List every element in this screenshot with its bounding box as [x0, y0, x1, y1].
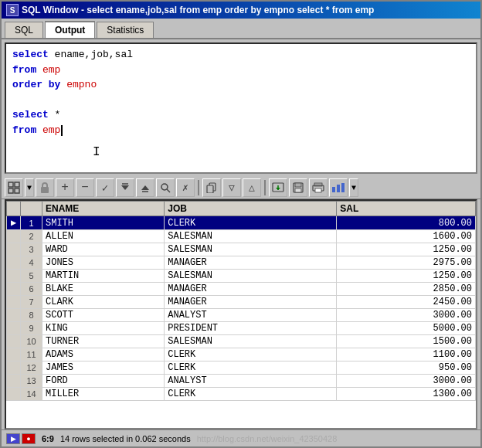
- col-num-header: [21, 202, 42, 216]
- status-icons: ▶ ●: [6, 433, 36, 444]
- svg-rect-0: [8, 182, 13, 187]
- title-bar: S SQL Window - select ename,job,sal from…: [2, 2, 480, 19]
- svg-rect-17: [295, 183, 301, 187]
- table-row[interactable]: 4JONESMANAGER2975.00: [7, 256, 476, 270]
- row-arrow: [7, 322, 21, 335]
- export-btn[interactable]: [269, 178, 287, 197]
- status-message: 14 rows selected in 0.062 seconds: [60, 434, 191, 443]
- code-line-4: [12, 93, 470, 108]
- cell-job: CLERK: [165, 388, 337, 401]
- app-icon: S: [6, 4, 19, 16]
- svg-rect-1: [15, 182, 19, 187]
- grid-dropdown-btn[interactable]: ▼: [25, 178, 34, 197]
- cell-ename: JAMES: [42, 361, 165, 375]
- cell-ename: MILLER: [42, 388, 165, 401]
- grid-btn[interactable]: [5, 178, 23, 197]
- svg-rect-18: [295, 188, 301, 192]
- cell-ename: CLARK: [42, 296, 165, 309]
- cell-job: SALESMAN: [165, 270, 337, 283]
- cell-sal: 2850.00: [337, 283, 476, 296]
- cell-sal: 1600.00: [337, 230, 476, 243]
- tab-sql[interactable]: SQL: [5, 22, 43, 38]
- table-row[interactable]: 7CLARKMANAGER2450.00: [7, 296, 476, 309]
- chart-btn[interactable]: [329, 178, 348, 197]
- filter-down-btn[interactable]: ▽: [222, 178, 241, 197]
- code-line-6: from emp: [12, 123, 470, 138]
- cell-ename: FORD: [42, 375, 165, 388]
- svg-marker-5: [121, 185, 129, 190]
- table-row[interactable]: 9KINGPRESIDENT5000.00: [7, 322, 476, 335]
- row-arrow: [7, 296, 21, 309]
- table-row[interactable]: 12JAMESCLERK950.00: [7, 361, 476, 375]
- cell-job: SALESMAN: [165, 335, 337, 348]
- svg-rect-3: [15, 188, 19, 193]
- print-btn[interactable]: [309, 178, 328, 197]
- svg-rect-12: [207, 185, 213, 193]
- search-btn[interactable]: [156, 178, 175, 197]
- row-number: 14: [21, 388, 42, 401]
- check-btn[interactable]: ✓: [96, 178, 114, 197]
- row-number: 9: [21, 322, 42, 335]
- cell-job: CLERK: [165, 361, 337, 375]
- row-arrow: [7, 348, 21, 361]
- remove-btn[interactable]: −: [76, 178, 94, 197]
- svg-marker-15: [276, 188, 280, 190]
- table-row[interactable]: 13FORDANALYST3000.00: [7, 375, 476, 388]
- cell-ename: ADAMS: [42, 348, 165, 361]
- add-btn[interactable]: +: [56, 178, 74, 197]
- cell-sal: 1300.00: [337, 388, 476, 401]
- status-icon-1: ▶: [6, 433, 20, 444]
- cell-sal: 2450.00: [337, 296, 476, 309]
- code-line-5: select *: [12, 107, 470, 123]
- row-number: 3: [21, 243, 42, 256]
- chart-dropdown-btn[interactable]: ▼: [349, 178, 358, 197]
- save-btn[interactable]: [289, 178, 307, 197]
- sort-desc-btn[interactable]: [116, 178, 134, 197]
- cell-ename: ALLEN: [42, 230, 165, 243]
- table-row[interactable]: 14MILLERCLERK1300.00: [7, 388, 476, 401]
- cell-job: MANAGER: [165, 256, 337, 270]
- col-ename-header[interactable]: ENAME: [42, 202, 165, 216]
- cell-sal: 800.00: [337, 216, 476, 230]
- mouse-cursor: I: [93, 143, 100, 161]
- col-job-header[interactable]: JOB: [165, 202, 337, 216]
- table-row[interactable]: 10TURNERSALESMAN1500.00: [7, 335, 476, 348]
- tab-bar: SQL Output Statistics: [2, 19, 480, 39]
- col-sal-header[interactable]: SAL: [337, 202, 476, 216]
- sql-editor[interactable]: select ename,job,sal from emp order by e…: [5, 42, 477, 174]
- row-arrow: [7, 335, 21, 348]
- results-grid[interactable]: ENAME JOB SAL ▶1SMITHCLERK800.002ALLENSA…: [5, 199, 477, 429]
- row-arrow: [7, 256, 21, 270]
- cell-sal: 5000.00: [337, 322, 476, 335]
- lock-btn[interactable]: [36, 178, 54, 197]
- tab-statistics[interactable]: Statistics: [97, 22, 154, 38]
- cell-ename: KING: [42, 322, 165, 335]
- app-icon-label: S: [10, 6, 15, 15]
- row-arrow: [7, 361, 21, 375]
- clear-btn[interactable]: ✗: [176, 178, 195, 197]
- row-number: 10: [21, 335, 42, 348]
- tab-output[interactable]: Output: [45, 21, 95, 38]
- text-cursor: [61, 125, 63, 136]
- table-row[interactable]: 5MARTINSALESMAN1250.00: [7, 270, 476, 283]
- code-line-2: from emp: [12, 63, 470, 78]
- svg-point-9: [161, 184, 168, 190]
- table-row[interactable]: ▶1SMITHCLERK800.00: [7, 216, 476, 230]
- table-row[interactable]: 8SCOTTANALYST3000.00: [7, 309, 476, 322]
- table-row[interactable]: 3WARDSALESMAN1250.00: [7, 243, 476, 256]
- cell-sal: 1250.00: [337, 270, 476, 283]
- code-line-3: order by empno: [12, 77, 470, 93]
- copy-btn[interactable]: [202, 178, 221, 197]
- filter-up-btn[interactable]: △: [243, 178, 261, 197]
- results-table: ENAME JOB SAL ▶1SMITHCLERK800.002ALLENSA…: [6, 201, 476, 401]
- svg-line-10: [167, 189, 170, 192]
- cell-job: CLERK: [165, 216, 337, 230]
- table-row[interactable]: 11ADAMSCLERK1100.00: [7, 348, 476, 361]
- table-row[interactable]: 2ALLENSALESMAN1600.00: [7, 230, 476, 243]
- cell-sal: 2975.00: [337, 256, 476, 270]
- row-arrow: ▶: [7, 216, 21, 230]
- sort-asc-btn[interactable]: [136, 178, 154, 197]
- cell-ename: WARD: [42, 243, 165, 256]
- table-row[interactable]: 6BLAKEMANAGER2850.00: [7, 283, 476, 296]
- cell-ename: SMITH: [42, 216, 165, 230]
